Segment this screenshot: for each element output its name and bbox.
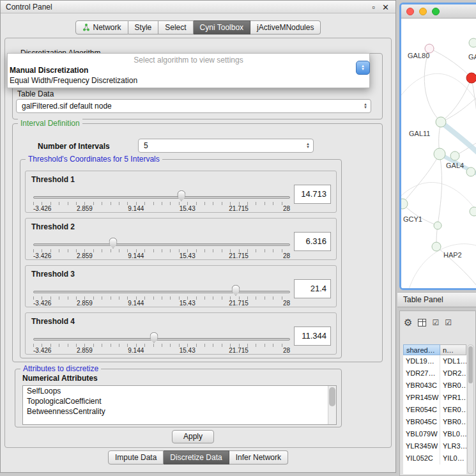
float-window-icon[interactable]: ▫	[372, 3, 375, 12]
cell-shared-name[interactable]: YBR045C	[403, 416, 440, 428]
table-row[interactable]: YIL052C YIL0…	[403, 452, 466, 464]
tab-infer-network[interactable]: Infer Network	[229, 450, 288, 464]
tab-jactivemnodules[interactable]: jActiveMNodules	[250, 20, 321, 35]
scale-label: 28	[283, 300, 290, 307]
number-of-intervals-label: Number of Intervals	[38, 142, 110, 151]
cell-name[interactable]: YBR0…	[440, 416, 466, 428]
column-header-shared-name[interactable]: shared…	[403, 344, 440, 355]
checked-box-icon[interactable]: ☑	[432, 318, 439, 327]
table-data-combobox[interactable]: galFiltered.sif default node ▲ ▼	[16, 99, 371, 113]
scale-label: 9.144	[128, 252, 144, 259]
tab-style[interactable]: Style	[128, 20, 159, 35]
list-item[interactable]: BetweennessCentrality	[23, 406, 336, 417]
threshold-thumb-3[interactable]	[232, 285, 240, 296]
table-row[interactable]: YPR145W YPR1…	[403, 392, 466, 404]
cell-name[interactable]: YLR3…	[440, 440, 466, 452]
close-window-icon[interactable]: ✕	[382, 3, 389, 12]
scale-label: 2.859	[77, 252, 93, 259]
column-header-name[interactable]: n…	[440, 344, 466, 355]
threshold-3-slider[interactable]	[33, 291, 290, 293]
dropdown-placeholder-item[interactable]: Select algorithm to view settings	[8, 56, 369, 65]
tab-cyni-toolbox[interactable]: Cyni Toolbox	[194, 20, 250, 35]
threshold-4-label: Threshold 4	[31, 317, 75, 326]
cell-name[interactable]: YER0…	[440, 404, 466, 416]
checked-box-icon[interactable]: ☑	[445, 318, 452, 327]
table-row[interactable]: YER054C YER0…	[403, 404, 466, 416]
cell-name[interactable]: YDL1…	[440, 355, 466, 367]
tab-network[interactable]: Network	[75, 20, 128, 35]
cell-name[interactable]: YPR1…	[440, 392, 466, 404]
node[interactable]	[434, 222, 441, 229]
cell-shared-name[interactable]: YBL079W	[403, 428, 440, 440]
node-gal4[interactable]	[434, 148, 445, 160]
combo-stepper-icon[interactable]: ▲ ▼	[360, 100, 371, 112]
slider-scale: -3.426 2.859 9.144 15.43 21.715 28	[33, 205, 290, 213]
gear-icon[interactable]: ⚙	[404, 317, 412, 328]
node[interactable]	[466, 167, 475, 176]
minimize-traffic-light[interactable]	[419, 8, 427, 15]
cell-shared-name[interactable]: YDL19…	[403, 355, 440, 367]
dropdown-option-manual-discretization[interactable]: Manual Discretization	[8, 65, 369, 75]
network-canvas[interactable]: GAL80 GA GAL11 GAL4 GCY1 HAP2	[401, 19, 476, 290]
table-scrollbar[interactable]	[467, 344, 474, 474]
tab-discretize-data[interactable]: Discretize Data	[164, 450, 229, 464]
cell-shared-name[interactable]: YLR345W	[403, 440, 440, 452]
cell-shared-name[interactable]: YER054C	[403, 404, 440, 416]
scale-label: 15.43	[180, 252, 196, 259]
table-header-row: shared… n…	[403, 344, 466, 355]
screen: Control Panel ▫ ✕ Network Style S	[0, 0, 476, 476]
cell-shared-name[interactable]: YBR043C	[403, 380, 440, 392]
threshold-1-slider[interactable]	[33, 196, 290, 199]
tab-impute-data[interactable]: Impute Data	[108, 450, 164, 464]
cell-name[interactable]: YBR0…	[440, 380, 466, 392]
node-gal11[interactable]	[436, 117, 446, 127]
column-selector-icon[interactable]	[418, 319, 426, 326]
node[interactable]	[450, 151, 459, 160]
algorithm-combo-button[interactable]: ▲ ▼	[356, 61, 370, 75]
close-traffic-light[interactable]	[406, 8, 414, 15]
threshold-4-value-field[interactable]: 11.344	[294, 326, 331, 346]
threshold-thumb-2[interactable]	[109, 238, 118, 249]
combo-stepper-icon[interactable]: ▲ ▼	[303, 139, 313, 152]
dropdown-option-equal-width[interactable]: Equal Width/Frequency Discretization	[8, 75, 369, 86]
cell-name[interactable]: YDR2…	[440, 367, 466, 380]
apply-button[interactable]: Apply	[172, 430, 214, 443]
node-hap2[interactable]	[432, 242, 441, 251]
node[interactable]	[469, 38, 476, 47]
threshold-thumb-4[interactable]	[150, 332, 158, 343]
scrollbar-thumb[interactable]	[329, 387, 335, 406]
cell-shared-name[interactable]: YDR27…	[403, 367, 440, 380]
threshold-2-slider[interactable]	[33, 243, 290, 246]
threshold-2-value-field[interactable]: 6.316	[294, 232, 331, 251]
table-panel-header[interactable]: Table Panel	[397, 292, 476, 307]
window-title: Control Panel	[6, 3, 52, 12]
threshold-thumb-1[interactable]	[177, 190, 185, 201]
cell-name[interactable]: YBL0…	[440, 428, 466, 440]
scale-label: 2.859	[77, 205, 93, 212]
table-row[interactable]: YBR043C YBR0…	[403, 380, 466, 392]
list-scrollbar[interactable]	[328, 386, 336, 424]
table-row[interactable]: YBR045C YBR0…	[403, 416, 466, 428]
tab-select[interactable]: Select	[158, 20, 193, 35]
table-row[interactable]: YBL079W YBL0…	[403, 428, 466, 440]
list-item[interactable]: SelfLoops	[23, 386, 336, 396]
cell-name[interactable]: YIL0…	[440, 452, 466, 464]
scrollbar-thumb[interactable]	[468, 346, 473, 383]
cell-shared-name[interactable]: YPR145W	[403, 392, 440, 404]
threshold-3-value-field[interactable]: 21.4	[294, 279, 331, 298]
node[interactable]	[470, 207, 476, 216]
list-item[interactable]: TopologicalCoefficient	[23, 396, 336, 406]
algorithm-dropdown-popup: Select algorithm to view settings Manual…	[7, 53, 370, 88]
threshold-4-slider[interactable]	[33, 338, 290, 341]
table-row[interactable]: YDL19… YDL1…	[403, 355, 466, 367]
number-of-intervals-combobox[interactable]: 5 ▲ ▼	[138, 139, 314, 153]
table-row[interactable]: YDR27… YDR2…	[403, 367, 466, 380]
threshold-1-value-field[interactable]: 14.713	[294, 185, 331, 204]
scale-label: 21.715	[229, 252, 249, 259]
table-row[interactable]: YLR345W YLR3…	[403, 440, 466, 452]
node-label: HAP2	[443, 251, 462, 259]
zoom-traffic-light[interactable]	[432, 8, 440, 15]
cell-shared-name[interactable]: YIL052C	[403, 452, 440, 464]
group-title: Interval Definition	[18, 119, 82, 128]
selected-red-node[interactable]	[466, 73, 476, 83]
